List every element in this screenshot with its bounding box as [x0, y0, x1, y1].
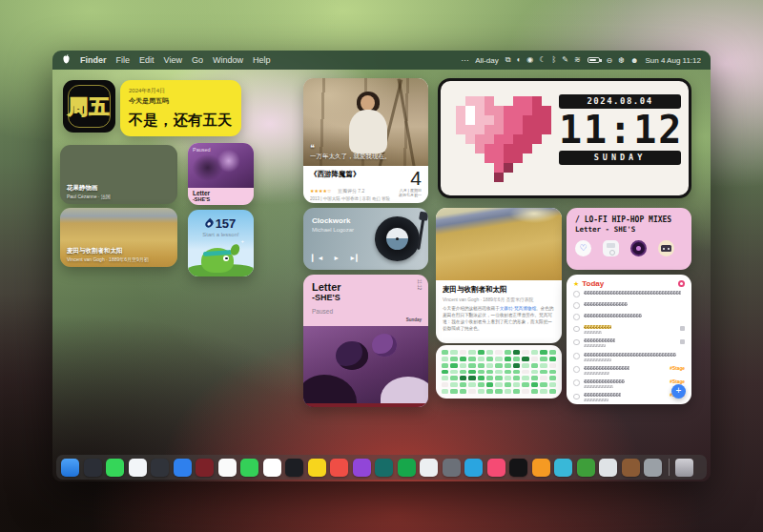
- art-widget-vangogh[interactable]: 麦田与收割者和太阳 Vincent van Gogh · 1889年6月至9月初: [60, 208, 177, 267]
- dock-icon-tv[interactable]: [285, 459, 303, 477]
- clockwork-player-widget[interactable]: Clockwork Michael Logozar ▎◄ ► ►▎: [303, 208, 428, 270]
- dock-icon-fitness[interactable]: [487, 459, 505, 477]
- museum-link[interactable]: 文森特·梵高博物馆: [500, 306, 536, 311]
- add-reminder-button[interactable]: +: [671, 384, 686, 399]
- movie-widget[interactable]: ❝ 一万年太久了，就爱我现在。 《西游降魔篇》 ★★★★☆ 豆瓣评分 7.2 2…: [303, 78, 428, 203]
- track-title: Letter: [312, 281, 420, 293]
- dock-icon-launchpad[interactable]: [84, 459, 102, 477]
- menu-item-view[interactable]: View: [164, 55, 182, 65]
- dock-icon-music[interactable]: [330, 459, 348, 477]
- menu-clock[interactable]: Sun 4 Aug 11:12: [645, 56, 701, 65]
- reminder-row[interactable]: [573, 323, 685, 337]
- dock-icon-safari[interactable]: [129, 459, 147, 477]
- battery-icon[interactable]: [588, 57, 600, 63]
- contribution-cell: [442, 357, 448, 361]
- dock-icon-terminal[interactable]: [151, 459, 169, 477]
- status-glyph-icon[interactable]: ⊖: [607, 56, 613, 65]
- reminder-row[interactable]: [573, 288, 685, 299]
- contribution-cell: [522, 382, 528, 387]
- all-day-label[interactable]: All-day: [475, 56, 498, 65]
- reminder-checkbox[interactable]: [573, 302, 580, 309]
- more-icon[interactable]: ⋯: [461, 56, 468, 65]
- reminder-row[interactable]: [573, 311, 685, 322]
- reminder-row[interactable]: [573, 299, 685, 311]
- contribution-cell: [478, 363, 485, 368]
- reminder-row[interactable]: [573, 350, 685, 363]
- music-widget-large[interactable]: Letter -SHE'S Paused 11:12 Sunday: [303, 275, 428, 407]
- lofi-widget[interactable]: / LO-FI HIP-HOP MIXES Letter - SHE'S ♡: [567, 208, 691, 270]
- status-glyph-icon[interactable]: ⧉: [505, 55, 511, 65]
- reminder-text-redacted: [584, 314, 686, 317]
- music-player-icon[interactable]: [603, 240, 619, 256]
- countdown-widget[interactable]: 2024年8月4日 今天是周五吗 不是，还有五天: [120, 80, 241, 136]
- dock-icon-finder[interactable]: [61, 459, 79, 477]
- reminder-checkbox[interactable]: [573, 353, 580, 359]
- reminder-checkbox[interactable]: [573, 291, 580, 297]
- today-reminders-widget[interactable]: ★ Today #Stage#Stage#Stage +: [567, 275, 691, 404]
- dock-icon-messages[interactable]: [106, 459, 124, 477]
- status-glyph-icon[interactable]: ✎: [562, 55, 568, 65]
- dock-icon-weather[interactable]: [554, 459, 572, 477]
- reminder-row[interactable]: #Stage: [573, 391, 685, 404]
- dock-icon-facetime[interactable]: [240, 459, 258, 477]
- music-widget-small[interactable]: Paused Letter -SHE'S: [188, 143, 254, 205]
- status-glyph-icon[interactable]: ☾: [539, 55, 546, 65]
- reminder-checkbox[interactable]: [573, 326, 580, 333]
- reminder-row[interactable]: #Stage: [573, 377, 685, 390]
- dock-icon-files[interactable]: [599, 459, 617, 477]
- contribution-cell: [540, 370, 546, 375]
- menu-item-help[interactable]: Help: [253, 55, 271, 65]
- art-detail-widget[interactable]: 麦田与收割者和太阳 Vincent van Gogh · 1889年6月 圣雷米…: [436, 208, 562, 343]
- pixel-clock-widget[interactable]: 2024.08.04 11:12 SUNDAY: [438, 78, 691, 198]
- dock-icon-obsidian[interactable]: [509, 459, 527, 477]
- status-glyph-icon[interactable]: ᛒ: [551, 55, 556, 65]
- apple-menu-icon[interactable]: [62, 54, 71, 66]
- dock-icon-downloads[interactable]: [532, 459, 550, 477]
- menu-item-finder[interactable]: Finder: [80, 55, 107, 65]
- dock-icon-wood[interactable]: [622, 459, 640, 477]
- status-glyph-icon[interactable]: ◐: [516, 55, 521, 65]
- dock-icon-forest[interactable]: [577, 459, 595, 477]
- dock-icon-calendar[interactable]: [263, 459, 281, 477]
- next-button[interactable]: ►▎: [349, 255, 361, 262]
- dock-icon-notes[interactable]: [308, 459, 326, 477]
- dock-icon-photos[interactable]: [218, 459, 237, 477]
- dock-icon-pages[interactable]: [420, 459, 438, 477]
- reminder-checkbox[interactable]: [573, 366, 580, 373]
- cassette-icon[interactable]: [658, 240, 674, 256]
- friday-badge-widget[interactable]: 周五: [63, 80, 115, 133]
- status-glyph-icon[interactable]: ≋: [574, 55, 581, 65]
- reminder-checkbox[interactable]: [573, 379, 580, 386]
- menu-item-edit[interactable]: Edit: [139, 55, 155, 65]
- heart-pixel: [456, 106, 465, 115]
- play-button[interactable]: ►: [333, 255, 340, 262]
- dock-icon-spotify[interactable]: [398, 459, 416, 477]
- menu-item-window[interactable]: Window: [213, 55, 243, 65]
- status-glyph-icon[interactable]: ❆: [618, 56, 625, 65]
- dock-icon-books[interactable]: [196, 459, 214, 477]
- art-widget-cezanne[interactable]: 花果静物画 Paul Cézanne · 法国: [60, 145, 177, 204]
- dock-icon-mail[interactable]: [174, 459, 192, 477]
- status-glyph-icon[interactable]: ☻: [630, 56, 638, 65]
- reminder-row[interactable]: #Stage: [573, 363, 685, 377]
- reminder-checkbox[interactable]: [573, 314, 580, 320]
- dock-icon-trash[interactable]: [675, 459, 693, 477]
- dock-icon-podcasts[interactable]: [353, 459, 371, 477]
- contribution-grid-widget[interactable]: [436, 345, 562, 399]
- reminder-checkbox[interactable]: [573, 339, 580, 346]
- dock-icon-settings[interactable]: [644, 459, 662, 477]
- reminder-row[interactable]: [573, 337, 685, 350]
- reminder-checkbox[interactable]: [573, 394, 580, 400]
- contribution-cell: [549, 389, 556, 394]
- vinyl-icon[interactable]: [630, 240, 647, 256]
- heart-doodle-icon[interactable]: ♡: [575, 240, 591, 256]
- dock-icon-developer[interactable]: [443, 459, 461, 477]
- status-glyph-icon[interactable]: ◉: [526, 55, 533, 65]
- contribution-cell: [522, 357, 528, 361]
- dock-icon-numbers[interactable]: [375, 459, 393, 477]
- previous-button[interactable]: ▎◄: [312, 255, 323, 262]
- menu-item-go[interactable]: Go: [192, 55, 203, 65]
- menu-item-file[interactable]: File: [116, 55, 131, 65]
- streak-widget[interactable]: 157 Start a lesson! + +: [188, 210, 254, 276]
- dock-icon-telegram[interactable]: [464, 459, 483, 477]
